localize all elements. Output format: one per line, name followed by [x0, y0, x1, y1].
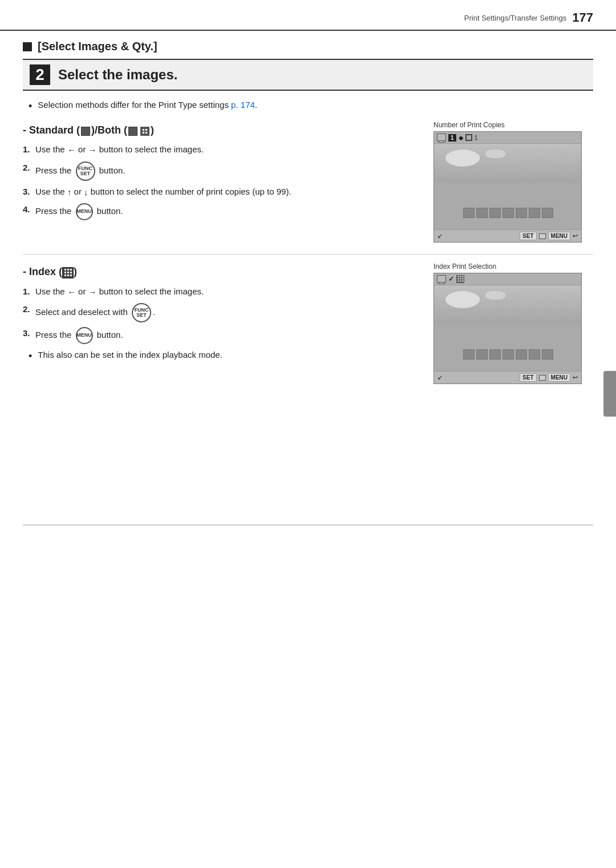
index-lcd-image [434, 285, 582, 371]
step-text-4: Press the MENU button. [35, 203, 422, 220]
chair6 [529, 208, 540, 218]
idx-return-icon: ↩ [573, 374, 578, 381]
index-step-3: 3. Press the MENU button. [23, 327, 422, 344]
chair2 [476, 208, 488, 218]
chairs-area [437, 208, 579, 218]
lcd-corner-icon: ↙ [437, 232, 443, 240]
step-text-3: Use the ↑ or ↓ button to select the numb… [35, 185, 422, 199]
step-num-4: 4. [23, 203, 35, 216]
standard-image-label: Number of Print Copies [433, 121, 593, 129]
step-text-2: Press the FUNCSET button. [35, 162, 422, 181]
standard-step-3: 3. Use the ↑ or ↓ button to select the n… [23, 185, 422, 199]
step-num-1: 1. [23, 143, 35, 156]
lcd-copy-num: 1 [448, 134, 456, 142]
step-title: Select the images. [58, 67, 177, 83]
beach-area [434, 183, 582, 230]
set-label: SET [520, 232, 536, 240]
step-num-2: 2. [23, 162, 35, 175]
index-step-num-1: 1. [23, 285, 35, 298]
bottom-bullet-dot: • [29, 350, 32, 363]
bottom-bullet-text: This also can be set in the index playba… [38, 350, 222, 360]
intro-bullet: • Selection methods differ for the Print… [29, 100, 593, 113]
standard-image-panel: Number of Print Copies 1 ◆ 1 [433, 121, 593, 243]
right-tab [603, 371, 616, 417]
index-step-num-2: 2. [23, 303, 35, 316]
index-step-text-1: Use the ← or → button to select the imag… [35, 285, 422, 298]
chair3 [489, 208, 501, 218]
idx-chairs-area [437, 349, 579, 360]
idx-chair5 [516, 349, 527, 360]
lcd-box [465, 134, 472, 141]
main-content: [Select Images & Qty.] 2 Select the imag… [0, 31, 616, 407]
menu-button-2: MENU [76, 327, 93, 344]
idx-chair3 [489, 349, 501, 360]
header-label: Print Settings/Transfer Settings [464, 14, 566, 22]
idx-chair4 [502, 349, 514, 360]
page-header: Print Settings/Transfer Settings 177 [0, 0, 616, 31]
cloud1 [451, 152, 480, 164]
idx-left-arrow: ← [67, 286, 76, 296]
standard-lcd-topbar: 1 ◆ 1 [434, 132, 581, 144]
standard-step-4: 4. Press the MENU button. [23, 203, 422, 220]
lcd-num-1: 1 [475, 134, 478, 141]
grid-icon [456, 275, 464, 283]
left-arrow: ← [67, 145, 76, 155]
index-lcd-bottombar: ↙ SET MENU ↩ [434, 371, 581, 383]
checkmark-icon: ✓ [448, 275, 454, 283]
idx-print-icon-sm [539, 375, 546, 381]
idx-corner-icon: ↙ [437, 374, 443, 381]
index-image-panel: Index Print Selection ✓ [433, 263, 593, 384]
idx-cloud1 [451, 294, 480, 305]
standard-step-2: 2. Press the FUNCSET button. [23, 162, 422, 181]
menu-button-1: MENU [76, 203, 93, 220]
idx-bottom-right: SET MENU ↩ [520, 373, 578, 382]
section-title: [Select Images & Qty.] [23, 40, 593, 53]
step2-header: 2 Select the images. [23, 59, 593, 91]
chair7 [542, 208, 553, 218]
index-step-1: 1. Use the ← or → button to select the i… [23, 285, 422, 298]
index-icon [62, 267, 74, 278]
idx-set-label: SET [520, 373, 536, 382]
lcd-print-icon2 [437, 275, 446, 283]
idx-right-arrow: → [88, 286, 97, 296]
idx-chair7 [542, 349, 553, 360]
idx-cloud2 [485, 291, 505, 300]
bottom-bullet: • This also can be set in the index play… [29, 350, 422, 363]
standard-lcd-image [434, 144, 582, 229]
standard-lcd: 1 ◆ 1 [433, 131, 582, 243]
standard-section: - Standard ()/Both () 1. Use the ← or → … [23, 121, 593, 243]
index-lcd: ✓ [433, 273, 582, 384]
step-number: 2 [30, 64, 50, 85]
index-steps: 1. Use the ← or → button to select the i… [23, 285, 422, 344]
standard-icon [81, 127, 90, 136]
bottom-divider [23, 524, 593, 526]
standard-left: - Standard ()/Both () 1. Use the ← or → … [23, 121, 422, 243]
page-container: Print Settings/Transfer Settings 177 [Se… [0, 0, 616, 868]
index-step-num-3: 3. [23, 327, 35, 340]
section-divider [23, 254, 593, 255]
cloud2 [485, 150, 505, 158]
index-image-label: Index Print Selection [433, 263, 593, 271]
section-title-text: [Select Images & Qty.] [38, 40, 157, 53]
idx-beach [434, 324, 582, 372]
chair5 [516, 208, 527, 218]
idx-chair1 [463, 349, 475, 360]
index-section: - Index () 1. Use the ← or → button to s… [23, 263, 593, 384]
index-step-text-2: Select and deselect with FUNCSET. [35, 303, 422, 322]
return-icon: ↩ [573, 232, 578, 240]
down-arrow: ↓ [84, 187, 88, 196]
index-step-text-3: Press the MENU button. [35, 327, 422, 344]
lcd-print-icon-sm [539, 233, 546, 239]
right-arrow: → [88, 145, 97, 155]
up-arrow: ↑ [67, 187, 72, 196]
both-icon1 [128, 127, 137, 136]
page-link[interactable]: p. 174 [231, 100, 255, 110]
standard-lcd-bottombar: ↙ SET MENU ↩ [434, 229, 581, 242]
chair1 [463, 208, 475, 218]
section-title-icon [23, 42, 32, 51]
step-num-3: 3. [23, 185, 35, 199]
standard-steps: 1. Use the ← or → button to select the i… [23, 143, 422, 220]
lcd-print-icon [437, 134, 446, 142]
func-set-button-2: FUNCSET [132, 303, 151, 322]
func-set-button-1: FUNCSET [76, 162, 95, 181]
